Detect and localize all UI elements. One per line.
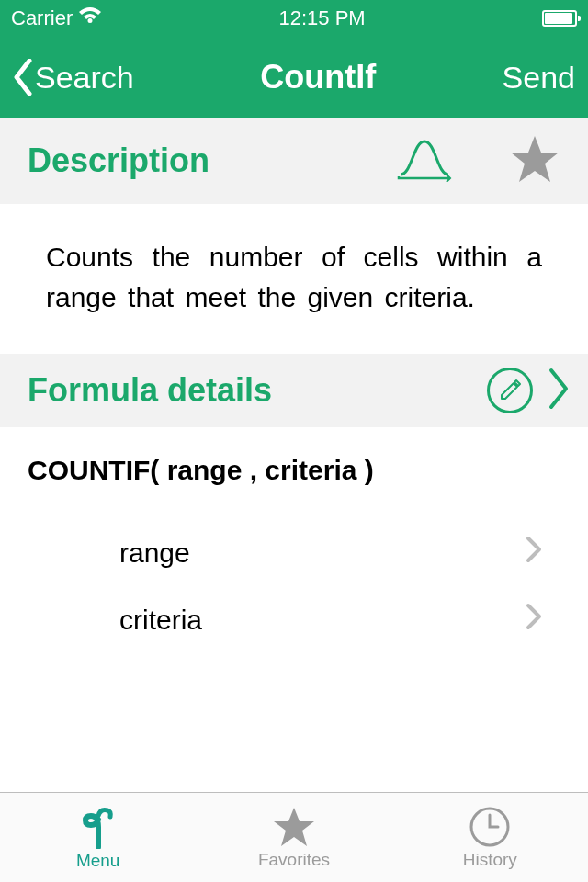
clock-icon xyxy=(469,806,511,848)
menu-icon xyxy=(80,805,117,849)
chevron-left-icon xyxy=(13,59,33,96)
tab-favorites[interactable]: Favorites xyxy=(196,793,391,882)
distribution-icon[interactable] xyxy=(395,136,454,186)
description-heading: Description xyxy=(28,141,377,180)
favorite-star-icon[interactable] xyxy=(509,134,560,187)
tab-label: History xyxy=(463,850,517,870)
status-right xyxy=(542,10,577,27)
battery-icon xyxy=(542,10,577,27)
back-button[interactable]: Search xyxy=(13,59,134,96)
status-time: 12:15 PM xyxy=(102,6,542,30)
param-row-range[interactable]: range xyxy=(0,519,588,586)
tab-history[interactable]: History xyxy=(392,793,588,882)
carrier-label: Carrier xyxy=(11,6,73,30)
edit-icon[interactable] xyxy=(487,368,533,413)
chevron-right-icon xyxy=(526,536,542,570)
tab-label: Favorites xyxy=(258,850,330,870)
description-header: Description xyxy=(0,118,588,204)
chevron-right-icon xyxy=(548,367,570,414)
page-title: CountIf xyxy=(134,58,503,96)
status-left: Carrier xyxy=(11,6,102,30)
param-label: criteria xyxy=(119,605,526,636)
send-button[interactable]: Send xyxy=(503,60,575,96)
formula-signature: COUNTIF( range , criteria ) xyxy=(0,427,588,504)
formula-details-header[interactable]: Formula details xyxy=(0,354,588,427)
param-label: range xyxy=(119,537,526,569)
chevron-right-icon xyxy=(526,603,542,637)
formula-details-heading: Formula details xyxy=(28,371,472,410)
status-bar: Carrier 12:15 PM xyxy=(0,0,588,37)
description-text: Counts the number of cells within a rang… xyxy=(0,204,588,354)
wifi-icon xyxy=(78,6,102,30)
tab-bar: Menu Favorites History xyxy=(0,792,588,882)
tab-menu[interactable]: Menu xyxy=(0,793,196,882)
param-row-criteria[interactable]: criteria xyxy=(0,586,588,653)
back-label: Search xyxy=(35,60,134,96)
nav-bar: Search CountIf Send xyxy=(0,37,588,118)
star-icon xyxy=(272,806,316,848)
tab-label: Menu xyxy=(76,851,120,871)
